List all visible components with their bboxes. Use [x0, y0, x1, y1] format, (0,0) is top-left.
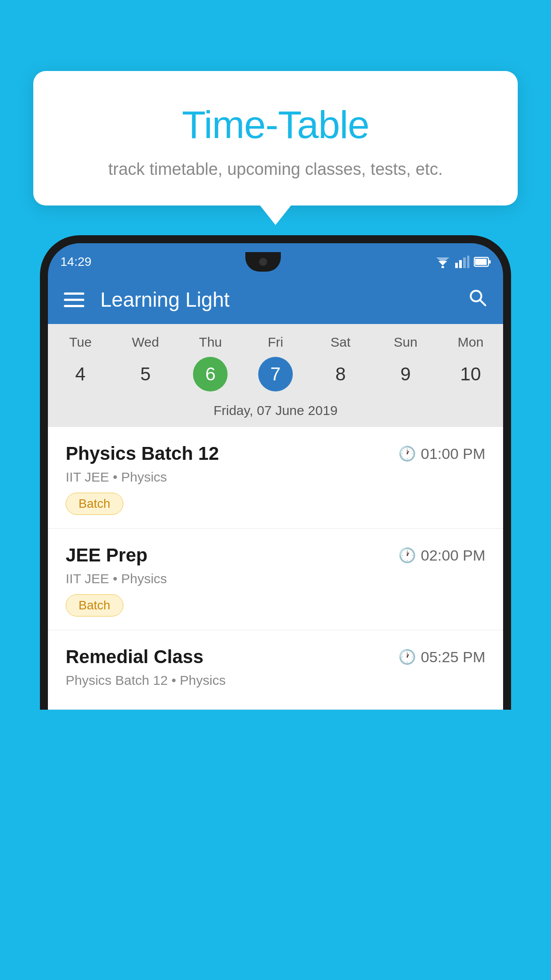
date-6[interactable]: 6 — [178, 357, 243, 391]
schedule-time-value-3: 05:25 PM — [421, 648, 485, 666]
day-sun[interactable]: Sun — [373, 335, 438, 350]
svg-rect-6 — [467, 256, 469, 268]
schedule-title-1: Physics Batch 12 — [66, 443, 219, 464]
batch-tag-1: Batch — [66, 493, 123, 515]
app-bar: Learning Light — [48, 275, 503, 324]
svg-rect-9 — [489, 260, 491, 264]
day-tue[interactable]: Tue — [48, 335, 113, 350]
menu-line-2 — [64, 299, 84, 301]
schedule-item-header-2: JEE Prep 🕐 02:00 PM — [66, 545, 485, 566]
schedule-title-3: Remedial Class — [66, 646, 204, 668]
schedule-meta-2: IIT JEE • Physics — [66, 571, 485, 586]
schedule-item-header-3: Remedial Class 🕐 05:25 PM — [66, 646, 485, 668]
date-numbers: 4 5 6 7 8 9 10 — [48, 353, 503, 399]
status-icons — [435, 256, 491, 268]
camera — [259, 258, 267, 266]
schedule-item-1[interactable]: Physics Batch 12 🕐 01:00 PM IIT JEE • Ph… — [48, 427, 503, 529]
selected-date-label: Friday, 07 June 2019 — [48, 399, 503, 427]
day-fri[interactable]: Fri — [243, 335, 308, 350]
calendar-section: Tue Wed Thu Fri Sat Sun Mon 4 5 6 7 8 9 … — [48, 324, 503, 427]
schedule-meta-1: IIT JEE • Physics — [66, 470, 485, 485]
wifi-icon — [435, 256, 451, 268]
status-bar: 14:29 — [48, 243, 503, 275]
svg-line-11 — [480, 300, 485, 305]
schedule-time-2: 🕐 02:00 PM — [398, 547, 485, 564]
search-icon — [468, 288, 487, 307]
day-labels: Tue Wed Thu Fri Sat Sun Mon — [48, 324, 503, 353]
menu-line-1 — [64, 292, 84, 295]
date-4[interactable]: 4 — [48, 357, 113, 391]
notch — [245, 252, 281, 272]
menu-icon[interactable] — [64, 292, 84, 307]
search-button[interactable] — [468, 288, 487, 312]
phone-outer: 14:29 — [40, 235, 511, 710]
svg-rect-4 — [459, 260, 462, 268]
phone-mockup: 14:29 — [40, 235, 511, 980]
schedule-meta-3: Physics Batch 12 • Physics — [66, 673, 485, 688]
schedule-title-2: JEE Prep — [66, 545, 147, 566]
app-screen: Learning Light Tue Wed Thu Fri Sat Sun — [48, 275, 503, 710]
schedule-list: Physics Batch 12 🕐 01:00 PM IIT JEE • Ph… — [48, 427, 503, 710]
date-10[interactable]: 10 — [438, 357, 503, 391]
day-mon[interactable]: Mon — [438, 335, 503, 350]
app-title: Learning Light — [100, 288, 468, 312]
schedule-time-1: 🕐 01:00 PM — [398, 445, 485, 462]
schedule-time-value-1: 01:00 PM — [421, 445, 485, 462]
signal-icon — [455, 256, 469, 268]
tooltip-card: Time-Table track timetable, upcoming cla… — [33, 71, 518, 205]
svg-marker-1 — [436, 257, 449, 263]
schedule-item-3[interactable]: Remedial Class 🕐 05:25 PM Physics Batch … — [48, 630, 503, 710]
schedule-time-value-2: 02:00 PM — [421, 547, 485, 564]
day-wed[interactable]: Wed — [113, 335, 178, 350]
schedule-time-3: 🕐 05:25 PM — [398, 648, 485, 666]
date-8[interactable]: 8 — [308, 357, 373, 391]
day-thu[interactable]: Thu — [178, 335, 243, 350]
svg-rect-5 — [463, 257, 466, 268]
day-sat[interactable]: Sat — [308, 335, 373, 350]
date-7[interactable]: 7 — [243, 357, 308, 391]
battery-icon — [474, 256, 491, 268]
tooltip-subtitle: track timetable, upcoming classes, tests… — [60, 160, 491, 179]
clock-icon-3: 🕐 — [398, 648, 416, 665]
date-5[interactable]: 5 — [113, 357, 178, 391]
tooltip-title: Time-Table — [60, 102, 491, 147]
batch-tag-2: Batch — [66, 594, 123, 616]
schedule-item-header-1: Physics Batch 12 🕐 01:00 PM — [66, 443, 485, 464]
svg-rect-8 — [475, 259, 487, 265]
clock-icon-2: 🕐 — [398, 547, 416, 564]
menu-line-3 — [64, 305, 84, 307]
svg-point-2 — [441, 266, 444, 268]
status-time: 14:29 — [60, 255, 91, 269]
svg-rect-3 — [455, 263, 458, 268]
clock-icon-1: 🕐 — [398, 445, 416, 462]
date-9[interactable]: 9 — [373, 357, 438, 391]
schedule-item-2[interactable]: JEE Prep 🕐 02:00 PM IIT JEE • Physics Ba… — [48, 529, 503, 630]
